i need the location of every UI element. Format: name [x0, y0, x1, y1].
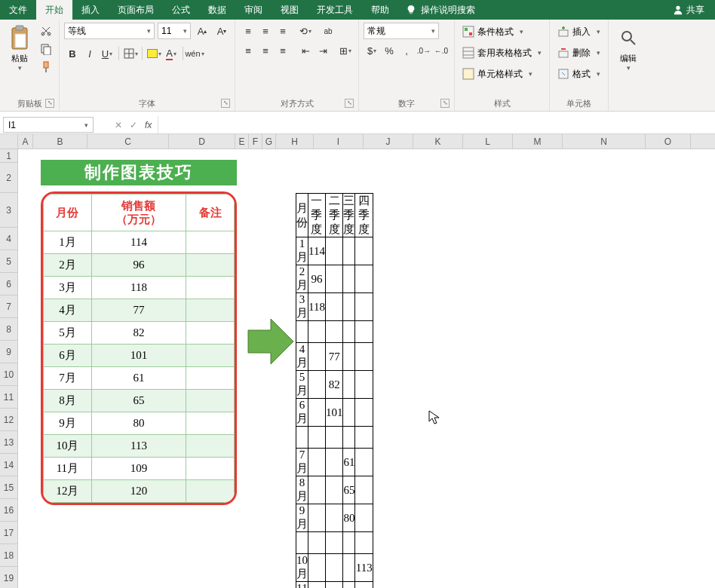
col-header[interactable]: J: [364, 134, 413, 149]
row-header[interactable]: 16: [0, 499, 17, 522]
tab-view[interactable]: 视图: [272, 0, 308, 20]
col-header[interactable]: E: [235, 134, 249, 149]
table-cell[interactable]: [325, 265, 343, 293]
find-button[interactable]: 编辑 ▾: [613, 23, 643, 73]
table-cell[interactable]: 82: [325, 371, 343, 399]
comma-button[interactable]: ,: [398, 42, 415, 59]
table-cell[interactable]: [296, 532, 308, 554]
row-header[interactable]: 17: [0, 522, 17, 544]
table-cell[interactable]: [186, 480, 235, 503]
delete-cells-button[interactable]: 删除▾: [554, 44, 603, 62]
table-cell[interactable]: [296, 321, 308, 343]
fill-color-button[interactable]: ▾: [146, 45, 162, 62]
currency-button[interactable]: $▾: [364, 42, 380, 59]
tab-help[interactable]: 帮助: [362, 0, 398, 20]
bold-button[interactable]: B: [64, 45, 81, 62]
table-cell[interactable]: 5月: [296, 371, 308, 399]
table-cell[interactable]: 113: [91, 435, 186, 458]
col-header[interactable]: D: [169, 134, 235, 149]
copy-button[interactable]: [38, 41, 54, 57]
table-cell[interactable]: 77: [91, 299, 186, 322]
align-right-button[interactable]: ≡: [275, 42, 291, 59]
conditional-format-button[interactable]: 条件格式▾: [459, 23, 526, 41]
table-cell[interactable]: 120: [91, 480, 186, 503]
table-cell[interactable]: 80: [91, 412, 186, 435]
table-cell[interactable]: [325, 237, 343, 265]
table-cell[interactable]: 10月: [44, 435, 92, 458]
table-cell[interactable]: [325, 476, 343, 504]
table-cell[interactable]: 96: [308, 265, 326, 293]
table-cell[interactable]: [355, 343, 373, 371]
table-cell[interactable]: 65: [91, 390, 186, 412]
cell-styles-button[interactable]: 单元格样式▾: [459, 65, 535, 83]
table-cell[interactable]: [186, 390, 235, 412]
table-cell[interactable]: [355, 504, 373, 532]
indent-increase-button[interactable]: ⇥: [315, 42, 331, 59]
table-cell[interactable]: [308, 554, 326, 582]
align-middle-button[interactable]: ≡: [257, 23, 274, 39]
table-cell[interactable]: [355, 476, 373, 504]
font-name-combo[interactable]: 等线▾: [64, 23, 155, 39]
tab-layout[interactable]: 页面布局: [109, 0, 163, 20]
font-launcher[interactable]: ⤡: [221, 99, 230, 108]
table-cell[interactable]: [186, 345, 235, 367]
cut-button[interactable]: [38, 23, 54, 39]
table-cell[interactable]: 5月: [44, 322, 92, 345]
table-cell[interactable]: 12月: [44, 480, 92, 503]
table-cell[interactable]: 118: [308, 293, 326, 321]
table-cell[interactable]: [343, 582, 355, 589]
tab-home[interactable]: 开始: [36, 0, 72, 20]
col-header[interactable]: O: [646, 134, 691, 149]
fx-icon[interactable]: fx: [145, 120, 152, 130]
row-header[interactable]: 14: [0, 454, 17, 476]
table-cell[interactable]: [308, 427, 326, 449]
phonetic-button[interactable]: wén▾: [186, 45, 203, 62]
table-cell[interactable]: 10月: [296, 554, 308, 582]
table-cell[interactable]: [325, 293, 343, 321]
table-cell[interactable]: [308, 371, 326, 399]
font-size-combo[interactable]: 11▾: [158, 23, 191, 39]
tell-me-search[interactable]: 操作说明搜索: [398, 0, 483, 20]
table-cell[interactable]: 9月: [44, 412, 92, 435]
indent-decrease-button[interactable]: ⇤: [297, 42, 314, 59]
table-cell[interactable]: [308, 582, 326, 589]
align-top-button[interactable]: ≡: [240, 23, 256, 39]
table-cell[interactable]: 3月: [296, 293, 308, 321]
table-cell[interactable]: 61: [343, 449, 355, 476]
table-cell[interactable]: [308, 532, 326, 554]
col-header[interactable]: L: [463, 134, 513, 149]
table-cell[interactable]: [325, 427, 343, 449]
table-cell[interactable]: [355, 371, 373, 399]
table-cell[interactable]: 96: [91, 254, 186, 277]
table-cell[interactable]: 114: [91, 231, 186, 254]
table-cell[interactable]: [343, 371, 355, 399]
format-painter-button[interactable]: [38, 59, 54, 75]
table-cell[interactable]: 101: [325, 399, 343, 427]
tab-data[interactable]: 数据: [199, 0, 235, 20]
decrease-decimal-button[interactable]: ←.0: [433, 42, 450, 59]
table-cell[interactable]: [308, 476, 326, 504]
clipboard-launcher[interactable]: ⤡: [45, 99, 54, 108]
table-cell[interactable]: [343, 321, 355, 343]
table-cell[interactable]: 65: [343, 476, 355, 504]
cancel-formula-icon[interactable]: ✕: [115, 120, 122, 130]
table-cell[interactable]: 109: [355, 582, 373, 589]
col-header[interactable]: N: [563, 134, 646, 149]
table-cell[interactable]: 4月: [44, 299, 92, 322]
table-cell[interactable]: [355, 321, 373, 343]
row-header[interactable]: 2: [0, 163, 17, 193]
border-button[interactable]: ▾: [122, 45, 139, 62]
table-cell[interactable]: 1月: [44, 231, 92, 254]
row-header[interactable]: 9: [0, 341, 17, 363]
table-cell[interactable]: [186, 435, 235, 458]
table-cell[interactable]: [343, 532, 355, 554]
table-cell[interactable]: [308, 399, 326, 427]
spreadsheet-grid[interactable]: A B C D E F G H I J K L M N O 1 2 3 4 5 …: [0, 134, 715, 588]
table-cell[interactable]: [186, 254, 235, 277]
table-cell[interactable]: [308, 321, 326, 343]
table-cell[interactable]: 118: [91, 277, 186, 299]
table-cell[interactable]: [186, 322, 235, 345]
table-cell[interactable]: [186, 412, 235, 435]
select-all-button[interactable]: [0, 134, 18, 149]
number-launcher[interactable]: ⤡: [440, 99, 450, 108]
